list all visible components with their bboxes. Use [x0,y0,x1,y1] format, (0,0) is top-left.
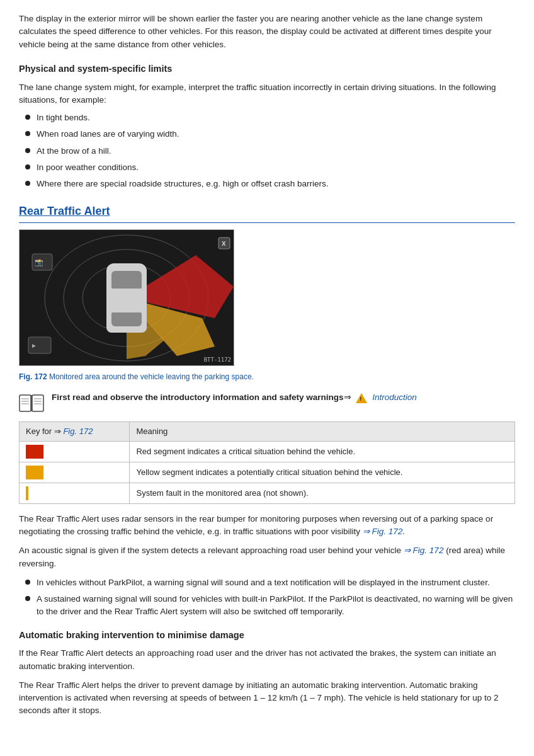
svg-text:►: ► [31,342,37,349]
meaning-cell: Red segment indicates a critical situati… [130,441,515,462]
list-item-text: In tight bends. [37,112,90,124]
bullet-dot [25,596,30,601]
auto-brake-para2: The Rear Traffic Alert helps the driver … [19,679,515,718]
bullet-dot [25,131,30,136]
figure-container: 📸 ► x BTT-1172 Fig. 172 Monitored area a… [19,229,515,382]
rta-para2-ref: ⇒ Fig. 172 [404,546,444,555]
svg-text:x: x [222,239,226,248]
meaning-cell: System fault in the monitored area (not … [130,483,515,503]
list-item: At the brow of a hill. [25,145,515,158]
list-item: A sustained warning signal will sound fo… [25,593,515,619]
warning-triangle-icon [356,393,367,403]
physical-limits-list: In tight bends. When road lanes are of v… [25,112,515,190]
svg-rect-6 [32,254,52,270]
list-item: When road lanes are of varying width. [25,128,515,140]
bullet-dot [25,115,30,120]
physical-limits-heading: Physical and system-specific limits [19,62,515,76]
rta-para2: An acoustic signal is given if the syste… [19,544,515,570]
rta-heading: Rear Traffic Alert [19,203,515,223]
rta-para2-start: An acoustic signal is given if the syste… [19,546,401,555]
car-windshield [111,271,142,289]
physical-limits-section: Physical and system-specific limits The … [19,62,515,191]
table-row: Yellow segment indicates a potentially c… [20,462,515,483]
svg-rect-8 [28,337,51,353]
fig-caption-text: Monitored area around the vehicle leavin… [47,372,254,381]
list-item: In poor weather conditions. [25,161,515,174]
yellow-line-swatch [26,486,28,500]
introduction-link[interactable]: Introduction [372,392,417,402]
safety-bold-text: First read and observe the introductory … [52,392,344,402]
swatch-cell-yellow-line [20,483,130,503]
bullet-dot [25,148,30,153]
rta-para1: The Rear Traffic Alert uses radar sensor… [19,513,515,539]
auto-brake-section: Automatic braking intervention to minimi… [19,629,515,718]
safety-text: First read and observe the introductory … [52,391,417,404]
list-item-text: A sustained warning signal will sound fo… [37,593,515,619]
rta-section: Rear Traffic Alert 📸 [19,203,515,618]
red-swatch [26,445,43,459]
table-row: Red segment indicates a critical situati… [20,441,515,462]
rta-para1-end: . [402,527,405,536]
auto-brake-heading: Automatic braking intervention to minimi… [19,629,515,643]
rta-para1-text: The Rear Traffic Alert uses radar sensor… [19,514,493,536]
key-table-col1-header: Key for ⇒ Fig. 172 [20,422,130,442]
svg-rect-10 [219,238,230,249]
physical-limits-intro: The lane change system might, for exampl… [19,81,515,107]
fig-caption: Fig. 172 Monitored area around the vehic… [19,371,515,382]
list-item: Where there are special roadside structu… [25,178,515,190]
yellow-swatch [26,466,43,479]
book-icon [19,392,44,414]
svg-rect-12 [20,395,31,411]
meaning-cell: Yellow segment indicates a potentially c… [130,462,515,483]
rta-bullet-list: In vehicles without ParkPilot, a warning… [25,576,515,619]
fig-caption-bold: Fig. 172 [19,372,47,381]
car-top-view [106,263,147,333]
list-item-text: In vehicles without ParkPilot, a warning… [37,576,490,589]
intro-paragraph: The display in the exterior mirror will … [19,13,515,51]
bullet-dot [25,580,30,585]
list-item-text: At the brow of a hill. [37,145,111,158]
bullet-dot [25,181,30,186]
list-item-text: In poor weather conditions. [37,161,139,174]
svg-rect-13 [32,395,43,411]
bullet-dot [25,164,30,169]
table-row: System fault in the monitored area (not … [20,483,515,503]
safety-warning-box: First read and observe the introductory … [19,391,515,414]
list-item-text: Where there are special roadside structu… [37,178,328,190]
key-table: Key for ⇒ Fig. 172 Meaning Red segment i… [19,421,515,504]
auto-brake-para1: If the Rear Traffic Alert detects an app… [19,647,515,673]
list-item: In vehicles without ParkPilot, a warning… [25,576,515,589]
swatch-cell-yellow [20,462,130,483]
fig-image-wrapper: 📸 ► x BTT-1172 [19,229,234,366]
key-table-col2-header: Meaning [130,422,515,442]
svg-text:📸: 📸 [35,258,43,266]
list-item-text: When road lanes are of varying width. [37,128,179,140]
swatch-cell-red [20,441,130,462]
rta-para1-ref: ⇒ Fig. 172 [363,527,403,536]
list-item: In tight bends. [25,112,515,124]
fig-code-label: BTT-1172 [204,356,231,365]
fig-image: 📸 ► x BTT-1172 [20,230,234,365]
car-rear-window [111,312,142,326]
